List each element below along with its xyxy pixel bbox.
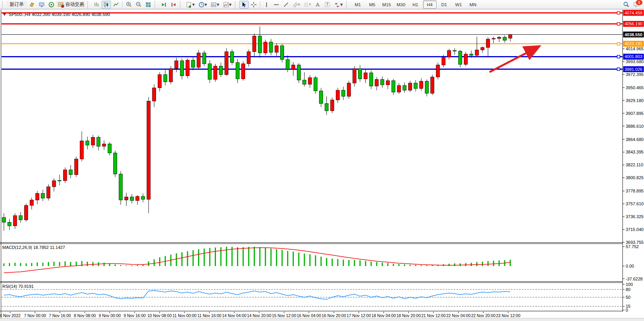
tile-windows-icon[interactable] xyxy=(144,1,153,9)
scale-tick-label: 3757.610 xyxy=(626,201,644,206)
toolbar-grip[interactable] xyxy=(2,1,5,8)
candle xyxy=(180,61,184,76)
timeframe-M1[interactable]: M1 xyxy=(351,0,365,9)
chevron-down-icon: ▾ xyxy=(229,2,232,7)
candle xyxy=(86,141,89,145)
zoom-in-icon[interactable] xyxy=(124,1,133,9)
candle xyxy=(486,39,490,48)
bar-chart-type-icon[interactable] xyxy=(92,1,101,9)
horizontal-line-tool-icon[interactable] xyxy=(272,1,281,9)
market-watch-icon[interactable] xyxy=(37,1,46,9)
chart-window-icon[interactable] xyxy=(27,1,37,9)
macd-bar xyxy=(348,260,349,266)
hline-handle[interactable] xyxy=(617,55,620,58)
macd-bar xyxy=(115,265,116,266)
chart-shift-icon[interactable] xyxy=(169,1,178,9)
macd-bar xyxy=(31,263,32,266)
candle xyxy=(13,216,17,226)
candle xyxy=(258,36,261,53)
macd-bar xyxy=(4,263,5,266)
candle xyxy=(175,61,178,69)
macd-bar xyxy=(454,263,455,266)
macd-scale-label: 57.752 xyxy=(626,244,639,249)
new-order-button[interactable]: 新订单 xyxy=(7,1,27,9)
candle xyxy=(236,63,239,79)
chevron-down-icon: ▾ xyxy=(217,2,219,7)
candle xyxy=(308,78,312,84)
toolbar-grip[interactable] xyxy=(235,1,238,8)
macd-bar xyxy=(304,254,305,266)
toolbar-grip[interactable] xyxy=(346,1,349,8)
candle xyxy=(392,81,395,92)
candle xyxy=(497,37,501,39)
timeframe-D1[interactable]: D1 xyxy=(437,0,451,9)
scale-tick-label: 3972.395 xyxy=(626,72,644,77)
macd-bar xyxy=(14,263,16,266)
toolbar-grip[interactable] xyxy=(180,1,183,8)
hline-handle[interactable] xyxy=(617,42,620,45)
candle xyxy=(147,101,150,199)
new-chart-icon[interactable]: ▾ xyxy=(184,1,197,9)
macd-bar xyxy=(48,262,49,266)
timeframe-group: M1M5M15M30H1H4D1W1MN xyxy=(351,0,480,9)
indicators-icon[interactable]: ▾ xyxy=(221,1,233,9)
candle xyxy=(325,104,328,111)
scale-tick-label: 3864.680 xyxy=(626,137,644,142)
snapshot-icon[interactable]: ▾ xyxy=(209,1,221,9)
autotrading-button[interactable]: 自动交易 xyxy=(56,1,86,9)
timeframe-H1[interactable]: H1 xyxy=(409,0,422,9)
notification-badge: 1 xyxy=(636,0,642,5)
signals-icon[interactable] xyxy=(47,1,56,9)
timeframe-M15[interactable]: M15 xyxy=(380,0,393,9)
timeframe-H4[interactable]: H4 xyxy=(423,0,437,9)
period-clock-icon[interactable]: ▾ xyxy=(197,1,209,9)
candlestick-chart-type-icon[interactable] xyxy=(102,1,111,9)
toolbar-grip[interactable] xyxy=(87,1,90,8)
shapes-tool-icon[interactable]: ▾ xyxy=(332,1,344,9)
auto-scroll-icon[interactable] xyxy=(159,1,168,9)
timeframe-M5[interactable]: M5 xyxy=(365,0,379,9)
candle xyxy=(141,196,145,199)
macd-bar xyxy=(421,265,422,266)
hline-handle[interactable] xyxy=(617,23,620,25)
time-label: 16 Nov 20:00 xyxy=(322,313,346,318)
crosshair-tool-icon[interactable] xyxy=(249,1,258,9)
candle xyxy=(342,90,345,96)
macd-bar xyxy=(415,265,416,266)
macd-bar xyxy=(482,262,483,266)
candle xyxy=(453,51,456,51)
toolbar-grip[interactable] xyxy=(154,1,158,8)
candle xyxy=(397,85,401,92)
time-label: 8 Nov 08:00 xyxy=(74,313,96,318)
hline-handle[interactable] xyxy=(617,12,620,14)
macd-bar xyxy=(187,251,188,266)
search-icon[interactable] xyxy=(621,1,631,9)
trendline-tool-icon[interactable] xyxy=(281,1,291,9)
macd-bar xyxy=(343,260,344,266)
candle xyxy=(125,197,128,200)
candle xyxy=(197,53,200,67)
macd-bar xyxy=(276,249,277,266)
candle xyxy=(364,73,367,79)
cursor-tool-icon[interactable] xyxy=(239,1,249,9)
macd-bar xyxy=(26,263,27,266)
scale-tick-label: 4014.965 xyxy=(626,46,644,51)
fibonacci-tool-icon[interactable]: F xyxy=(302,1,312,9)
time-label: 23 Nov 12:00 xyxy=(496,313,521,318)
timeframe-M30[interactable]: M30 xyxy=(394,0,408,9)
text-label-tool-icon[interactable]: T xyxy=(323,1,332,9)
timeframe-MN[interactable]: MN xyxy=(466,0,480,9)
equidistant-channel-tool-icon[interactable]: E xyxy=(291,1,302,9)
time-label: 18 Nov 20:00 xyxy=(397,313,421,318)
channel-letter: E xyxy=(298,3,300,6)
macd-bar xyxy=(232,247,233,266)
chart-canvas[interactable]: SP500-,H4 4032.390 4039.190 4026.890 403… xyxy=(0,10,644,321)
hline-handle[interactable] xyxy=(617,68,620,71)
line-chart-type-icon[interactable] xyxy=(111,1,121,9)
chat-icon[interactable]: 1 xyxy=(632,1,642,9)
text-tool-icon[interactable]: A xyxy=(313,1,322,9)
timeframe-W1[interactable]: W1 xyxy=(452,0,465,9)
zoom-out-icon[interactable] xyxy=(134,1,143,9)
vertical-line-tool-icon[interactable] xyxy=(262,1,271,9)
macd-bar xyxy=(370,262,372,266)
